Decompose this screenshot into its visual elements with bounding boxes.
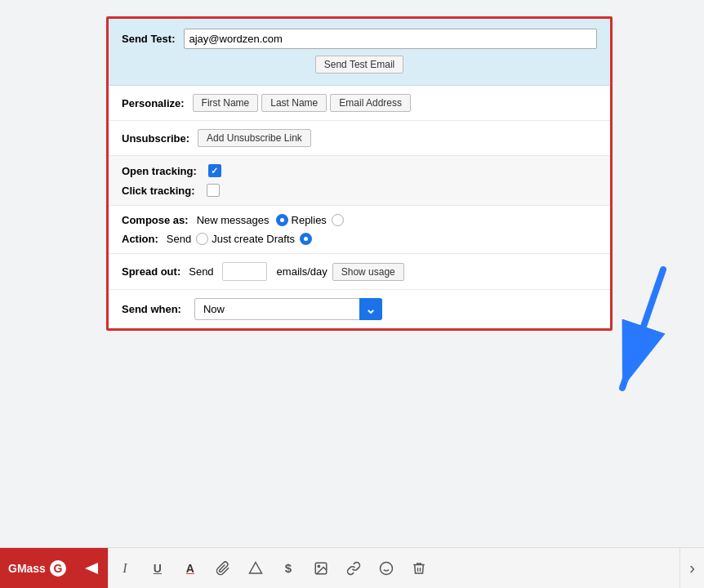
send-when-select[interactable]: Now Schedule — [194, 298, 382, 320]
open-tracking-label: Open tracking: — [122, 165, 197, 177]
send-arrow-button[interactable] — [75, 548, 108, 589]
dollar-icon: $ — [285, 561, 292, 575]
send-test-section: Send Test: Send Test Email — [109, 19, 610, 86]
dollar-button[interactable]: $ — [272, 548, 305, 589]
spread-out-input[interactable] — [222, 262, 267, 281]
last-name-button[interactable]: Last Name — [261, 94, 327, 112]
italic-icon: I — [123, 561, 127, 576]
image-icon — [314, 561, 328, 576]
unsubscribe-row: Unsubscribe: Add Unsubscribe Link — [122, 129, 597, 147]
link-icon — [346, 561, 361, 576]
send-test-label: Send Test: — [122, 33, 176, 45]
spread-out-label: Spread out: — [122, 265, 180, 278]
underline-icon: U — [154, 562, 162, 575]
svg-text:G: G — [53, 562, 62, 575]
svg-marker-5 — [249, 562, 261, 573]
compose-as-label: Compose as: — [122, 214, 189, 226]
spread-send-label: Send — [189, 265, 213, 278]
send-test-email-button[interactable]: Send Test Email — [315, 56, 404, 74]
email-address-button[interactable]: Email Address — [330, 94, 411, 112]
trash-icon — [412, 561, 426, 576]
send-test-button-row: Send Test Email — [122, 56, 597, 74]
gmass-g-icon: G — [49, 559, 67, 577]
attach-icon — [216, 561, 230, 576]
new-messages-text: New messages — [197, 214, 270, 226]
bottom-toolbar: GMass G I U A $ — [0, 547, 704, 588]
spread-out-section: Spread out: Send emails/day Show usage — [109, 254, 610, 290]
gmass-panel: Send Test: Send Test Email Personalize: … — [106, 16, 613, 331]
more-button[interactable]: › — [679, 548, 704, 589]
just-create-drafts-text: Just create Drafts — [212, 233, 295, 245]
svg-marker-4 — [85, 563, 98, 574]
drive-icon — [248, 561, 263, 576]
image-button[interactable] — [305, 548, 337, 589]
add-unsubscribe-link-button[interactable]: Add Unsubscribe Link — [198, 129, 311, 147]
font-color-icon: A — [186, 562, 194, 575]
personalize-buttons: First Name Last Name Email Address — [193, 94, 411, 112]
svg-point-7 — [318, 565, 319, 567]
svg-line-1 — [622, 270, 663, 388]
send-text: Send — [167, 233, 191, 245]
more-icon: › — [689, 559, 695, 577]
send-when-select-wrapper: Now Schedule — [194, 298, 382, 320]
emoji-button[interactable] — [370, 548, 403, 589]
compose-row: Compose as: New messages Replies — [122, 214, 597, 226]
show-usage-button[interactable]: Show usage — [332, 263, 404, 281]
unsubscribe-section: Unsubscribe: Add Unsubscribe Link — [109, 121, 610, 156]
font-color-button[interactable]: A — [174, 548, 207, 589]
send-when-section: Send when: Now Schedule — [109, 290, 610, 328]
action-label: Action: — [122, 233, 158, 245]
send-when-row: Send when: Now Schedule — [122, 298, 597, 320]
gmass-label: GMass — [8, 562, 46, 575]
send-test-email-input[interactable] — [184, 29, 598, 49]
unsubscribe-label: Unsubscribe: — [122, 132, 189, 145]
tracking-section: Open tracking: Click tracking: — [109, 156, 610, 206]
send-radio[interactable] — [196, 233, 208, 245]
attach-button[interactable] — [207, 548, 239, 589]
click-tracking-label: Click tracking: — [122, 185, 195, 197]
underline-button[interactable]: U — [141, 548, 174, 589]
svg-point-8 — [380, 562, 392, 574]
emoji-icon — [379, 561, 394, 576]
click-tracking-row: Click tracking: — [122, 184, 597, 197]
just-create-drafts-radio[interactable] — [300, 233, 312, 245]
new-messages-radio[interactable] — [276, 214, 288, 226]
spread-out-row: Spread out: Send emails/day Show usage — [122, 262, 597, 281]
italic-button[interactable]: I — [109, 548, 141, 589]
send-test-row: Send Test: — [122, 29, 597, 49]
personalize-section: Personalize: First Name Last Name Email … — [109, 86, 610, 121]
gmass-brand-button[interactable]: GMass G — [0, 548, 75, 589]
send-when-label: Send when: — [122, 303, 181, 315]
replies-text: Replies — [292, 214, 327, 226]
send-icon — [83, 560, 100, 577]
action-row: Action: Send Just create Drafts — [122, 233, 597, 245]
open-tracking-checkbox[interactable] — [208, 164, 221, 177]
click-tracking-checkbox[interactable] — [207, 184, 220, 197]
personalize-label: Personalize: — [122, 97, 185, 109]
emails-day-label: emails/day — [277, 265, 327, 278]
compose-action-section: Compose as: New messages Replies Action:… — [109, 206, 610, 254]
link-button[interactable] — [337, 548, 370, 589]
open-tracking-row: Open tracking: — [122, 164, 597, 177]
personalize-row: Personalize: First Name Last Name Email … — [122, 94, 597, 112]
replies-radio[interactable] — [332, 214, 344, 226]
drive-button[interactable] — [239, 548, 272, 589]
trash-button[interactable] — [403, 548, 435, 589]
first-name-button[interactable]: First Name — [193, 94, 259, 112]
